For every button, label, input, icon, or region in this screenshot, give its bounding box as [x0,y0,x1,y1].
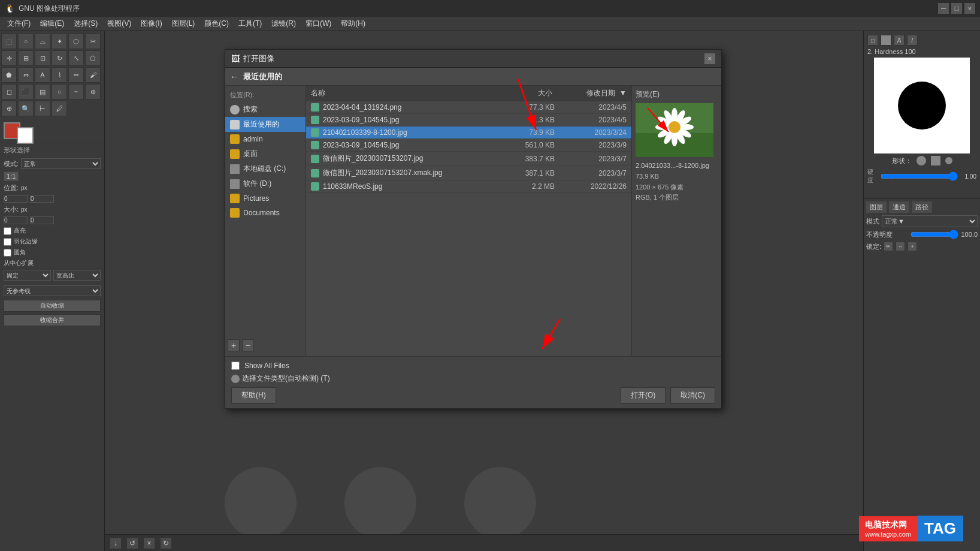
lock-all-button[interactable]: + [908,242,917,251]
nav-item-c-drive[interactable]: 本地磁盘 (C:) [225,161,306,176]
tool-move[interactable]: ✛ [1,50,17,66]
menu-edit[interactable]: 编辑(E) [35,17,69,30]
col-date-header[interactable]: 修改日期 ▼ [555,88,627,98]
panel-icon-4[interactable]: / [907,35,918,46]
tool-ellipse-select[interactable]: ○ [18,34,34,49]
tool-free-select[interactable]: ⌓ [35,34,50,49]
menu-help[interactable]: 帮助(H) [336,17,370,30]
help-button[interactable]: 帮助(H) [231,387,276,404]
tool-bucket[interactable]: ⬛ [18,84,34,100]
tool-pencil[interactable]: ✏ [68,67,84,83]
cancel-button[interactable]: 取消(C) [670,387,715,404]
col-name-header[interactable]: 名称 [311,88,496,98]
panel-icon-1[interactable]: □ [867,35,878,46]
menu-view[interactable]: 视图(V) [102,17,136,30]
menu-file[interactable]: 文件(F) [2,17,35,30]
file-row[interactable]: 2023-03-09_104545.jpg 61.3 KB 2023/4/5 [306,114,631,127]
tool-shear[interactable]: ⬠ [85,50,101,66]
menu-layer[interactable]: 图层(L) [167,17,200,30]
close-button[interactable]: × [964,3,975,14]
size-y-input[interactable] [30,216,54,224]
tool-eyedrop[interactable]: 🖊 [52,101,67,116]
round-check[interactable] [4,249,11,257]
hardness-slider[interactable] [881,171,958,181]
file-row[interactable]: 微信图片_20230307153207.jpg 383.7 KB 2023/3/… [306,152,631,166]
auto-shrink-btn[interactable]: 自动收缩 [4,300,101,312]
file-row[interactable]: 2023-03-09_104545.jpg 561.0 KB 2023/3/9 [306,139,631,152]
feather-check[interactable] [4,238,11,246]
nav-item-desktop[interactable]: 桌面 [225,146,306,161]
tool-eraser[interactable]: ◻ [1,84,17,100]
bottom-tool-2[interactable]: ↺ [126,537,138,549]
menu-image[interactable]: 图像(I) [136,17,167,30]
tool-scissors[interactable]: ✂ [85,34,101,49]
shape-circle-icon[interactable] [917,156,926,165]
tool-rect-select[interactable]: ⬚ [1,34,17,49]
tool-dodge[interactable]: ○ [52,84,67,100]
tool-scale[interactable]: ⤡ [68,50,84,66]
nav-item-pictures[interactable]: Pictures [225,191,306,206]
pos-x-input[interactable] [4,195,28,203]
tool-flip[interactable]: ⇔ [18,67,34,83]
tool-rotate[interactable]: ↻ [52,50,67,66]
tool-fuzzy-select[interactable]: ✦ [52,34,67,49]
tool-align[interactable]: ⊞ [18,50,34,66]
guides-select[interactable]: 无参考线 [4,285,101,296]
file-row[interactable]: 微信图片_20230307153207.xmak.jpg 387.1 KB 20… [306,166,631,180]
lock-pen-button[interactable]: ✏ [884,242,893,251]
tool-paint[interactable]: 🖌 [85,67,101,83]
nav-item-documents[interactable]: Documents [225,206,306,220]
tool-select-by-color[interactable]: ⬡ [68,34,84,49]
menu-color[interactable]: 颜色(C) [199,17,234,30]
menu-window[interactable]: 窗口(W) [301,17,336,30]
menu-select[interactable]: 选择(S) [69,17,102,30]
nav-item-search[interactable]: 搜索 [225,102,306,117]
file-row[interactable]: 2023-04-04_131924.png 77.3 KB 2023/4/5 [306,101,631,114]
collapse-btn[interactable]: 收缩合并 [4,314,101,326]
shape-square-icon[interactable] [931,156,940,165]
file-row[interactable]: 110633MReoS.jpg 2.2 MB 2022/12/26 [306,180,631,193]
tool-smudge[interactable]: ~ [68,84,84,100]
pos-y-input[interactable] [30,195,54,203]
bottom-tool-1[interactable]: ↓ [110,537,122,549]
menu-filters[interactable]: 滤镜(R) [267,17,301,30]
bottom-tool-3[interactable]: × [143,537,155,549]
nav-item-d-drive[interactable]: 软件 (D:) [225,176,306,191]
fixed-select[interactable]: 固定 [4,270,51,281]
nav-add-button[interactable]: + [228,339,240,351]
layer-mode-select[interactable]: 正常▼ [882,215,978,227]
file-row-selected[interactable]: 210402103339-8-1200.jpg 73.9 KB 2023/3/2… [306,127,631,139]
menu-tools[interactable]: 工具(T) [234,17,267,30]
tool-gradient[interactable]: ▤ [35,84,50,100]
col-size-header[interactable]: 大小 [498,88,552,98]
background-color[interactable] [17,127,34,144]
shape-diamond-icon[interactable] [943,156,954,166]
tool-heal[interactable]: ⊕ [1,101,17,116]
open-button[interactable]: 打开(O) [621,387,666,404]
nav-remove-button[interactable]: − [242,339,254,351]
maximize-button[interactable]: □ [951,3,962,14]
nav-item-admin[interactable]: admin [225,132,306,146]
tool-path[interactable]: ⌇ [52,67,67,83]
nav-item-recent[interactable]: 最近使用的 [225,117,306,132]
tool-zoom[interactable]: 🔍 [18,101,34,116]
tab-paths[interactable]: 路径 [912,201,932,213]
tool-perspective[interactable]: ⬟ [1,67,17,83]
tool-text[interactable]: A [35,67,50,83]
minimize-button[interactable]: ─ [938,3,949,14]
size-x-input[interactable] [4,216,28,224]
tool-clone[interactable]: ⊕ [85,84,101,100]
opacity-slider[interactable] [911,230,958,239]
highlight-check[interactable] [4,227,11,235]
tool-measure[interactable]: ⊢ [35,101,50,116]
show-all-checkbox[interactable] [231,362,240,370]
aspect-select[interactable]: 宽高比 [53,270,101,281]
lock-move-button[interactable]: ↔ [896,242,905,251]
tab-layers[interactable]: 图层 [866,201,887,213]
panel-icon-2[interactable] [881,35,891,46]
tool-crop[interactable]: ⊡ [35,50,50,66]
panel-icon-3[interactable]: A [894,35,905,46]
dialog-close-button[interactable]: × [704,53,715,64]
mode-select[interactable]: 正常 [21,158,101,169]
bottom-tool-4[interactable]: ↻ [160,537,172,549]
